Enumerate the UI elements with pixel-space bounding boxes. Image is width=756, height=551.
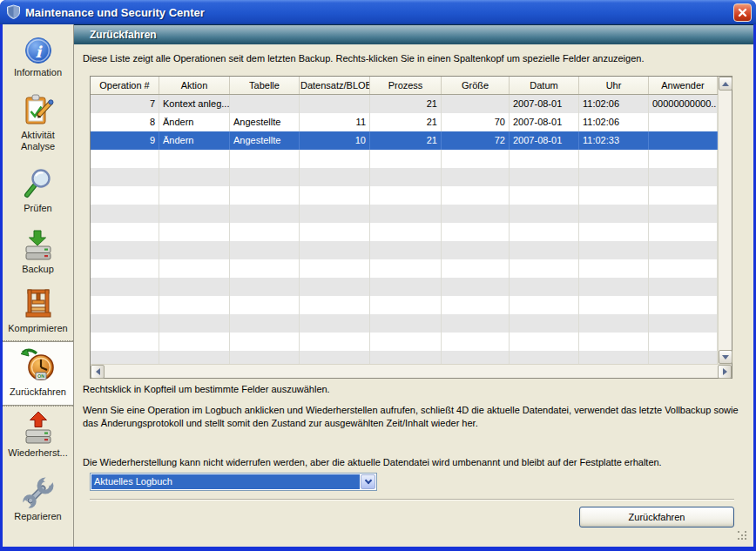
table-row[interactable] [91, 296, 718, 314]
sidebar-item-wiederherstellen[interactable]: Wiederherst... [3, 406, 73, 472]
column-header[interactable]: Aktion [159, 77, 230, 94]
table-cell [370, 351, 442, 364]
table-row[interactable]: 8ÄndernAngestellte1121702007-08-0111:02:… [91, 113, 718, 131]
zurueckfahren-button[interactable]: Zurückfahren [579, 507, 734, 527]
table-cell [510, 259, 579, 278]
restore-warning-text: Die Wiederherstellung kann nicht widerru… [83, 456, 743, 469]
vertical-scrollbar[interactable] [718, 77, 732, 364]
table-cell [300, 296, 370, 314]
scroll-right-button[interactable] [718, 365, 732, 379]
horizontal-scrollbar[interactable] [91, 364, 732, 378]
table-cell: 21 [370, 113, 442, 131]
triangle-up-icon [722, 82, 729, 86]
table-row[interactable] [91, 314, 718, 333]
column-header[interactable]: Anwender [649, 77, 718, 94]
table-row[interactable] [91, 168, 718, 186]
table-cell [370, 278, 442, 296]
sidebar-item-label: Information [12, 66, 64, 78]
table-cell [442, 259, 510, 278]
sidebar-item-aktivitaet-analyse[interactable]: Aktivität Analyse [3, 89, 73, 164]
table-row[interactable] [91, 351, 718, 364]
table-row[interactable]: 7Kontext anleg...212007-08-0111:02:06000… [91, 95, 718, 113]
column-header[interactable]: Datensatz/BLOB [300, 77, 370, 94]
dropdown-button[interactable] [361, 474, 375, 489]
table-cell [300, 205, 370, 223]
table-row[interactable] [91, 223, 718, 241]
shield-icon [6, 4, 21, 20]
table-cell [442, 95, 510, 113]
table-cell [579, 314, 649, 333]
restore-description-text: Wenn Sie eine Operation im Logbuch ankli… [83, 404, 743, 430]
table-cell: 9 [91, 131, 159, 150]
table-cell: 8 [91, 113, 159, 131]
titlebar[interactable]: Maintenance und Security Center [0, 0, 756, 24]
table-cell [159, 205, 230, 223]
sidebar-item-information[interactable]: i Information [3, 31, 73, 89]
table-row[interactable] [91, 150, 718, 168]
table-cell: 2007-08-01 [510, 131, 579, 150]
table-cell [159, 333, 230, 351]
column-header[interactable]: Operation # [91, 77, 159, 94]
table-cell [91, 314, 159, 333]
column-header[interactable]: Prozess [370, 77, 442, 94]
table-cell [442, 223, 510, 241]
table-row[interactable] [91, 241, 718, 259]
table-cell [300, 95, 370, 113]
scroll-down-button[interactable] [719, 350, 732, 364]
column-header[interactable]: Uhr [579, 77, 649, 94]
column-header[interactable]: Tabelle [230, 77, 300, 94]
table-cell [230, 205, 300, 223]
restore-icon [22, 410, 55, 447]
table-cell [230, 351, 300, 364]
table-row[interactable] [91, 278, 718, 296]
sidebar-item-komprimieren[interactable]: Komprimieren [3, 282, 73, 341]
table-cell [230, 223, 300, 241]
table-row[interactable] [91, 186, 718, 205]
table-cell [230, 333, 300, 351]
table-row[interactable] [91, 205, 718, 223]
window-title: Maintenance und Security Center [25, 6, 205, 19]
table-cell [159, 259, 230, 278]
sidebar-item-backup[interactable]: Backup [3, 225, 73, 282]
backup-icon [22, 228, 55, 263]
table-cell: 70 [442, 113, 510, 131]
table-cell [370, 223, 442, 241]
table-cell [300, 278, 370, 296]
logbook-dropdown[interactable]: Aktuelles Logbuch [90, 473, 377, 491]
chevron-down-icon [364, 476, 371, 483]
table-cell [300, 223, 370, 241]
sidebar-item-reparieren[interactable]: Reparieren [3, 472, 73, 529]
table-cell [579, 333, 649, 351]
table-cell [510, 241, 579, 259]
table-cell [649, 333, 718, 351]
table-row[interactable]: 9ÄndernAngestellte1021722007-08-0111:02:… [91, 131, 718, 150]
table-cell [159, 150, 230, 168]
table-cell: Ändern [159, 131, 230, 150]
table-cell [91, 333, 159, 351]
resize-grip[interactable] [738, 531, 748, 541]
table-cell [91, 205, 159, 223]
column-header[interactable]: Größe [442, 77, 510, 94]
triangle-left-icon [96, 368, 100, 375]
table-cell: 11:02:33 [579, 131, 649, 150]
table-cell [300, 241, 370, 259]
operations-table: Operation #AktionTabelleDatensatz/BLOBPr… [90, 76, 732, 379]
close-button[interactable] [733, 3, 752, 22]
table-cell [370, 241, 442, 259]
table-cell [649, 296, 718, 314]
table-cell [649, 131, 718, 150]
table-cell [579, 150, 649, 168]
table-row[interactable] [91, 333, 718, 351]
column-header[interactable]: Datum [510, 77, 579, 94]
sidebar-item-pruefen[interactable]: Prüfen [3, 164, 73, 225]
table-cell [579, 351, 649, 364]
scroll-up-button[interactable] [719, 77, 732, 91]
svg-text:ON: ON [37, 373, 44, 379]
scroll-left-button[interactable] [91, 365, 105, 379]
table-row[interactable] [91, 259, 718, 278]
sidebar-item-zurueckfahren[interactable]: ON Zurückfahren [3, 341, 73, 406]
triangle-down-icon [722, 355, 729, 359]
table-cell [230, 278, 300, 296]
dialog-body: i Information [3, 24, 753, 547]
table-cell [442, 296, 510, 314]
